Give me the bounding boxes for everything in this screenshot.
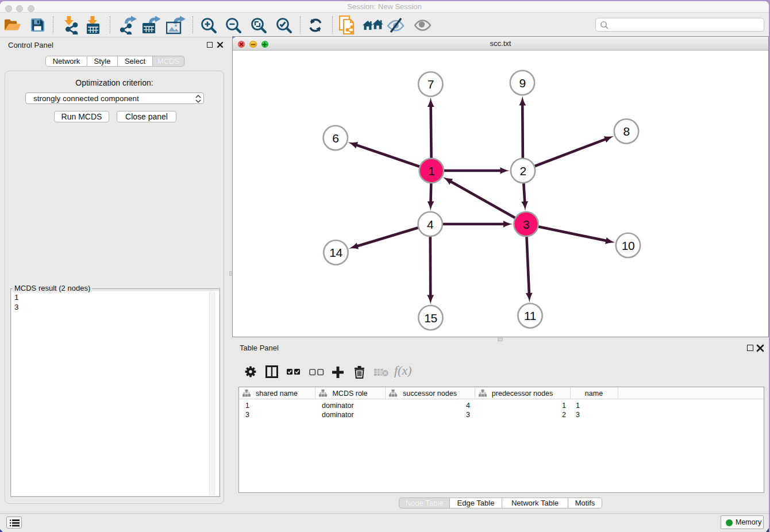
svg-text:14: 14 [329, 246, 342, 259]
svg-text:11: 11 [524, 309, 536, 322]
svg-text:6: 6 [332, 132, 338, 145]
svg-text:2: 2 [519, 164, 526, 178]
svg-text:4: 4 [427, 218, 434, 231]
svg-text:10: 10 [622, 239, 634, 252]
svg-text:1: 1 [428, 164, 434, 178]
svg-text:7: 7 [428, 78, 434, 91]
svg-text:8: 8 [623, 125, 629, 138]
svg-text:15: 15 [424, 311, 437, 325]
svg-text:9: 9 [519, 76, 525, 90]
svg-text:3: 3 [523, 218, 529, 231]
